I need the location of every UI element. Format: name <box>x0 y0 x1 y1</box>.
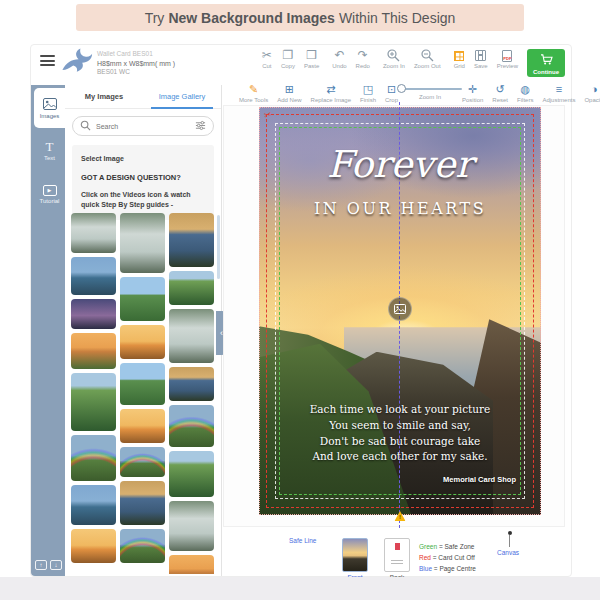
search-icon <box>80 117 91 135</box>
position-button[interactable]: ✛ Position <box>462 83 483 103</box>
crop-icon: ⊡ <box>387 83 396 96</box>
panel-tabs: My Images Image Gallery <box>65 85 221 109</box>
left-rail: Images T Text ▶ Tutorial ↑ ↓ <box>31 85 65 576</box>
opacity-button[interactable]: ◑ Opacity <box>584 83 600 103</box>
gallery-thumbnail-sea-cliffs-sunset[interactable] <box>120 481 165 525</box>
slider-knob-icon[interactable] <box>397 84 406 93</box>
page-back-thumbnail[interactable]: Back <box>383 538 411 581</box>
replace-image-button[interactable]: ⇄ Replace Image <box>311 83 351 103</box>
back-preview-image <box>384 538 410 572</box>
image-zoom-slider[interactable]: Zoom In <box>398 83 462 100</box>
rail-tab-text[interactable]: T Text <box>34 131 65 171</box>
videos-hint-label: Click on the Videos icon & watch quick S… <box>81 190 205 211</box>
add-new-button[interactable]: ⊞ Add New <box>277 83 301 103</box>
replace-image-icon: ⇄ <box>326 83 335 96</box>
undo-button[interactable]: ↶ Undo <box>332 49 346 69</box>
card-title-caps[interactable]: IN OUR HEARTS <box>259 199 541 218</box>
paste-icon: ❒ <box>306 49 317 62</box>
banner-text-prefix: Try <box>145 10 165 26</box>
gallery-thumbnail-night-sky-lake[interactable] <box>71 299 116 329</box>
warning-icon[interactable]: ! <box>395 511 406 521</box>
banner-text-suffix: Within This Design <box>339 10 455 26</box>
gallery-thumbnail-forest-stream[interactable] <box>120 213 165 273</box>
zoom-in-icon <box>387 49 400 62</box>
adjustments-button[interactable]: ≡ Adjustments <box>542 83 575 103</box>
tab-image-gallery[interactable]: Image Gallery <box>143 85 221 108</box>
pencil-icon: ✎ <box>249 83 258 96</box>
add-image-icon: ⊞ <box>285 83 294 96</box>
gallery-thumbnail-waterfall-forest[interactable] <box>169 501 214 551</box>
gallery-thumbnail-green-hills-lake[interactable] <box>120 277 165 321</box>
reset-button[interactable]: ↺ Reset <box>492 83 508 103</box>
cut-button[interactable]: ✂ Cut <box>262 49 272 69</box>
continue-button[interactable]: Continue <box>527 49 565 77</box>
finish-icon: ◳ <box>363 83 373 96</box>
legend-safe-zone: Green = Safe Zone <box>419 541 476 552</box>
gallery-thumbnail-rainbow-meadow[interactable] <box>71 435 116 481</box>
gallery-thumbnail-misty-waterfall[interactable] <box>71 213 116 253</box>
filters-icon: ◍ <box>520 83 530 96</box>
crop-button[interactable]: ⊡ Crop <box>385 83 398 103</box>
scroll-up-icon[interactable]: ↑ <box>35 560 47 570</box>
rail-tab-tutorial[interactable]: ▶ Tutorial <box>34 174 65 214</box>
search-input[interactable] <box>96 123 190 130</box>
dove-logo-icon <box>57 46 93 76</box>
zoom-out-button[interactable]: Zoom Out <box>414 49 441 69</box>
menu-icon[interactable] <box>40 55 55 66</box>
search-box <box>72 116 214 136</box>
gallery-thumbnail-waterfall-rocks[interactable] <box>169 309 214 363</box>
images-icon <box>43 98 57 111</box>
undo-icon: ↶ <box>334 49 344 62</box>
document-title: Wallet Card BES01 <box>97 50 175 59</box>
gallery-thumbnail-stone-walls-aerial[interactable] <box>169 271 214 305</box>
select-image-label: Select Image <box>81 154 205 165</box>
preview-button[interactable]: PDF Preview <box>497 49 518 77</box>
filters-button[interactable]: ◍ Filters <box>517 83 533 103</box>
rail-tab-images[interactable]: Images <box>34 88 65 128</box>
editor-window: Wallet Card BES01 H8$mm x W8$mm( mm ) BE… <box>30 44 572 577</box>
copy-button[interactable]: ❐ Copy <box>281 49 295 69</box>
redo-button[interactable]: ↷ Redo <box>356 49 370 69</box>
gallery-scroll-area <box>71 213 214 574</box>
scroll-down-icon[interactable]: ↓ <box>50 560 62 570</box>
gallery-thumbnail-sea-cliffs[interactable] <box>169 213 214 267</box>
card-poem[interactable]: Each time we look at your picture You se… <box>259 402 541 465</box>
grid-button[interactable]: Grid <box>454 49 465 77</box>
gallery-thumbnail-valley-lake[interactable] <box>120 363 165 405</box>
filter-sliders-icon[interactable] <box>195 117 206 135</box>
gallery-thumbnail-mountain-lake[interactable] <box>71 257 116 295</box>
pdf-preview-icon: PDF <box>502 49 512 62</box>
gallery-thumbnail-golden-field[interactable] <box>120 409 165 443</box>
gallery-thumbnail-lake-reflection[interactable] <box>71 485 116 525</box>
gallery-thumbnail-green-valley-aerial[interactable] <box>71 373 116 431</box>
reset-icon: ↺ <box>496 83 505 96</box>
card-title-script[interactable]: Forever <box>259 143 541 186</box>
gallery-thumbnail-sunset-mountain[interactable] <box>71 529 116 563</box>
gallery-grid <box>71 213 214 574</box>
image-drag-handle[interactable] <box>388 297 412 321</box>
card-brand-text[interactable]: Memorial Card Shop <box>443 475 516 484</box>
page-front-thumbnail[interactable]: Front <box>341 538 369 581</box>
save-icon <box>475 49 486 62</box>
design-question-label: GOT A DESIGN QUESTION? <box>81 172 205 183</box>
finish-button[interactable]: ◳ Finish <box>360 83 376 103</box>
banner-text-bold: New Background Images <box>168 10 335 26</box>
tab-my-images[interactable]: My Images <box>65 85 143 108</box>
zoom-in-button[interactable]: Zoom In <box>383 49 405 69</box>
video-icon: ▶ <box>43 185 57 196</box>
redo-icon: ↷ <box>358 49 368 62</box>
gallery-thumbnail-rocky-valley[interactable] <box>169 451 214 497</box>
gallery-scrollbar[interactable] <box>217 215 220 279</box>
gallery-thumbnail-sunset-river-valley[interactable] <box>71 333 116 369</box>
gallery-thumbnail-cliffs-blue-sea[interactable] <box>169 367 214 401</box>
gallery-thumbnail-rainbow-field[interactable] <box>120 529 165 563</box>
more-tools-button[interactable]: ✎ More Tools <box>239 83 268 103</box>
gallery-thumbnail-rainbow-hill[interactable] <box>169 405 214 447</box>
gallery-thumbnail-sunset-road[interactable] <box>169 555 214 574</box>
guide-legend: Green = Safe Zone Red = Card Cut Off Blu… <box>419 541 476 574</box>
gallery-thumbnail-faint-rainbow[interactable] <box>120 447 165 477</box>
paste-button[interactable]: ❒ Paste <box>304 49 319 69</box>
card-artboard[interactable]: ✂ Forever IN OUR HEARTS Each time we loo… <box>259 107 541 515</box>
save-button[interactable]: Save <box>474 49 488 77</box>
gallery-thumbnail-lighthouse-sunset[interactable] <box>120 325 165 359</box>
